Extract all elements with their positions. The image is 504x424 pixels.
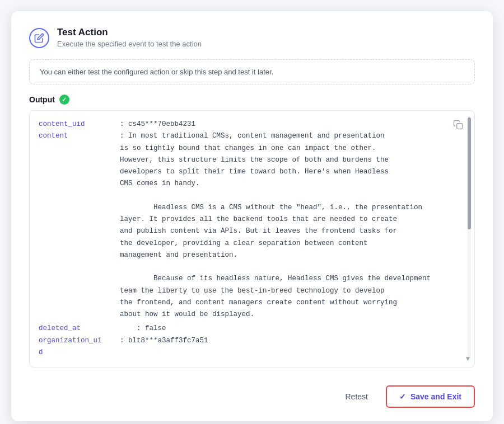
output-box: content_uid : cs45***70ebb4231 content :… <box>29 110 475 368</box>
field-key-brand-kit-uid: brand_kit_uid <box>39 359 120 359</box>
field-key-content-uid: content_uid <box>39 119 120 130</box>
field-key-content: content <box>39 130 120 321</box>
success-icon: ✓ <box>59 95 69 105</box>
modal-footer: Retest ✓ Save and Exit <box>29 379 475 408</box>
info-box: You can either test the configured actio… <box>29 59 475 84</box>
modal-title: Test Action <box>57 27 202 38</box>
output-content: content_uid : cs45***70ebb4231 content :… <box>39 119 465 359</box>
field-brand-kit-uid: brand_kit_uid : cs99fd**f0901e41 <box>39 359 454 359</box>
modal-subtitle: Execute the specified event to test the … <box>57 40 202 48</box>
field-content-uid: content_uid : cs45***70ebb4231 <box>39 119 454 130</box>
field-val-content: : In most traditional CMSs, content mana… <box>120 130 431 321</box>
field-key-deleted-at: deleted_at <box>39 323 120 335</box>
field-key-org-uid: organization_uid <box>39 335 120 359</box>
test-action-modal: Test Action Execute the specified event … <box>11 11 493 421</box>
field-val-brand-kit-uid: : cs99fd**f0901e41 <box>120 359 200 359</box>
scroll-arrow-down[interactable]: ▼ <box>466 354 470 365</box>
copy-button[interactable] <box>451 117 465 134</box>
output-label: Output ✓ <box>29 95 475 105</box>
field-content: content : In most traditional CMSs, cont… <box>39 130 454 321</box>
output-label-text: Output <box>29 95 55 104</box>
header-text: Test Action Execute the specified event … <box>57 27 202 48</box>
field-val-org-uid: : blt8***a3aff3fc7a51 <box>120 335 208 359</box>
header-icon <box>29 28 49 48</box>
field-org-uid: organization_uid : blt8***a3aff3fc7a51 <box>39 335 454 359</box>
field-val-deleted-at: : false <box>120 323 166 335</box>
scrollbar-thumb[interactable] <box>468 117 471 229</box>
svg-rect-0 <box>457 124 463 129</box>
save-exit-button[interactable]: ✓ Save and Exit <box>386 385 475 408</box>
scrollbar-track[interactable] <box>468 117 471 360</box>
output-section: Output ✓ content_uid : cs45***70ebb4231 … <box>29 95 475 368</box>
checkmark-icon: ✓ <box>399 392 406 401</box>
info-text: You can either test the configured actio… <box>40 68 464 76</box>
save-exit-label: Save and Exit <box>410 392 461 401</box>
modal-header: Test Action Execute the specified event … <box>29 27 475 48</box>
field-deleted-at: deleted_at : false <box>39 323 454 335</box>
retest-button[interactable]: Retest <box>336 388 376 406</box>
field-val-content-uid: : cs45***70ebb4231 <box>120 119 195 130</box>
